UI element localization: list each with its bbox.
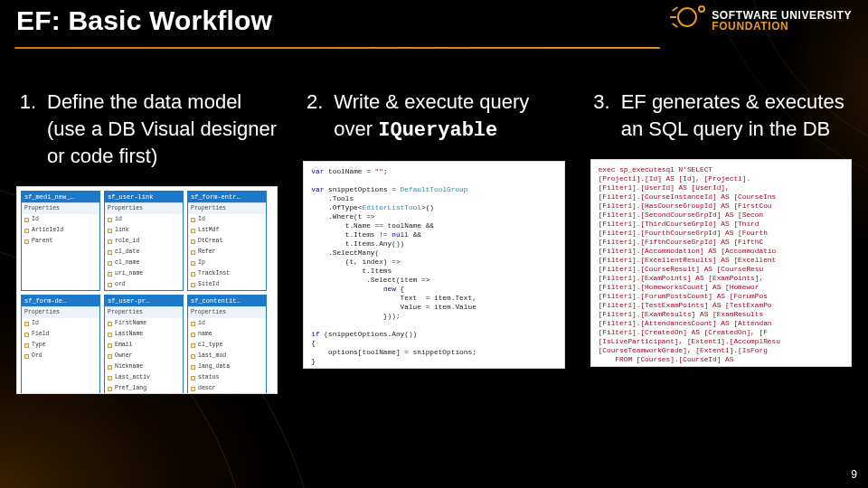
- screenshot-sql: exec sp_executesql N'SELECT [Project1].[…: [590, 159, 852, 367]
- designer-panel: sf_user-linkPropertiesidlinkrole_idcl_da…: [104, 191, 184, 291]
- panel-row: LastName: [105, 329, 183, 340]
- step-number: 1.: [16, 89, 36, 170]
- code-inline: IQueryable: [378, 119, 497, 142]
- panel-header: sf_user-link: [105, 192, 183, 202]
- screenshot-code: var toolName = ""; var snippetOptions = …: [303, 161, 564, 369]
- panel-row: link: [105, 225, 183, 236]
- panel-row: cl_type: [188, 340, 266, 351]
- panel-row: Field: [22, 329, 99, 340]
- panel-row: last_mod: [188, 351, 266, 361]
- title-bar: EF: Basic Workflow SOFTWARE UNIVERSITY F…: [0, 5, 868, 36]
- panel-header: sf_form-de…: [22, 296, 99, 306]
- step-2: 2. Write & execute query over IQueryable: [303, 89, 564, 145]
- panel-section: Properties: [188, 306, 266, 318]
- panel-row: id: [188, 318, 266, 329]
- lightbulb-icon: [672, 5, 703, 36]
- panel-row: Last_activ: [105, 372, 183, 383]
- sql-block: exec sp_executesql N'SELECT [Project1].[…: [591, 160, 851, 367]
- page-number: 9: [851, 468, 857, 481]
- designer-panel: sf_medi_new_…PropertiesIdArticleIdParent: [21, 191, 100, 291]
- panel-header: sf_form-entr…: [188, 192, 266, 202]
- column-1: 1. Define the data model (use a DB Visua…: [16, 89, 278, 450]
- panel-row: Ord: [22, 351, 99, 361]
- panel-row: status: [188, 372, 266, 383]
- panel-row: Id: [22, 214, 99, 225]
- step-3: 3. EF generates & executes an SQL query …: [590, 89, 852, 143]
- columns: 1. Define the data model (use a DB Visua…: [16, 89, 852, 450]
- screenshot-designer: sf_medi_new_…PropertiesIdArticleIdParent…: [16, 186, 278, 394]
- step-number: 3.: [590, 89, 610, 143]
- panel-row: Ip: [188, 258, 266, 268]
- panel-row: Refer: [188, 247, 266, 258]
- panel-row: Email: [105, 340, 183, 351]
- panel-row: Type: [22, 340, 99, 351]
- panel-section: Properties: [22, 202, 99, 214]
- panel-header: sf_contentit…: [188, 296, 266, 306]
- panel-row: Owner: [105, 351, 183, 361]
- panel-section: Properties: [22, 306, 99, 318]
- brand-text: SOFTWARE UNIVERSITY FOUNDATION: [712, 10, 852, 32]
- panel-row: Parent: [22, 236, 99, 247]
- step-text: Define the data model (use a DB Visual d…: [47, 89, 278, 170]
- panel-header: sf_medi_new_…: [22, 192, 99, 202]
- panel-row: LstMdf: [188, 225, 266, 236]
- panel-section: Properties: [188, 202, 266, 214]
- panel-row: Pref_lang: [105, 383, 183, 394]
- panel-section: Properties: [105, 202, 183, 214]
- slide-root: EF: Basic Workflow SOFTWARE UNIVERSITY F…: [0, 0, 868, 488]
- panel-row: ord: [105, 279, 183, 290]
- column-2: 2. Write & execute query over IQueryable…: [303, 89, 564, 450]
- code-block: var toolName = ""; var snippetOptions = …: [304, 162, 563, 369]
- panel-row: id: [105, 214, 183, 225]
- step-text: Write & execute query over IQueryable: [334, 89, 564, 145]
- panel-row: cl_date: [105, 247, 183, 258]
- designer-panel: sf_form-entr…PropertiesIdLstMdfDtCreatRe…: [187, 191, 267, 291]
- panel-row: descr: [188, 383, 266, 394]
- panel-header: sf_user-pr…: [105, 296, 183, 306]
- panel-row: ArticleId: [22, 225, 99, 236]
- panel-row: Id: [22, 318, 99, 329]
- panel-section: Properties: [105, 306, 183, 318]
- column-3: 3. EF generates & executes an SQL query …: [590, 89, 852, 450]
- panel-row: lang_data: [188, 361, 266, 372]
- step-number: 2.: [303, 89, 323, 145]
- panel-row: uri_name: [105, 268, 183, 279]
- step-1: 1. Define the data model (use a DB Visua…: [16, 89, 278, 170]
- panel-row: cl_name: [105, 258, 183, 268]
- panel-row: TrackInst: [188, 268, 266, 279]
- title-underline: [14, 47, 660, 49]
- panel-row: Id: [188, 214, 266, 225]
- panel-row: SiteId: [188, 279, 266, 290]
- panel-row: Nickname: [105, 361, 183, 372]
- designer-panel: sf_contentit…Propertiesidnamecl_typelast…: [187, 295, 267, 394]
- panel-row: role_id: [105, 236, 183, 247]
- designer-panel: sf_form-de…PropertiesIdFieldTypeOrd: [21, 295, 100, 394]
- designer-panel: sf_user-pr…PropertiesFirstNameLastNameEm…: [104, 295, 184, 394]
- slide-title: EF: Basic Workflow: [16, 5, 272, 36]
- brand-logo: SOFTWARE UNIVERSITY FOUNDATION: [672, 5, 852, 36]
- brand-line2: FOUNDATION: [712, 21, 852, 32]
- panel-row: FirstName: [105, 318, 183, 329]
- panel-row: DtCreat: [188, 236, 266, 247]
- panel-row: name: [188, 329, 266, 340]
- step-text: EF generates & executes an SQL query in …: [621, 89, 852, 143]
